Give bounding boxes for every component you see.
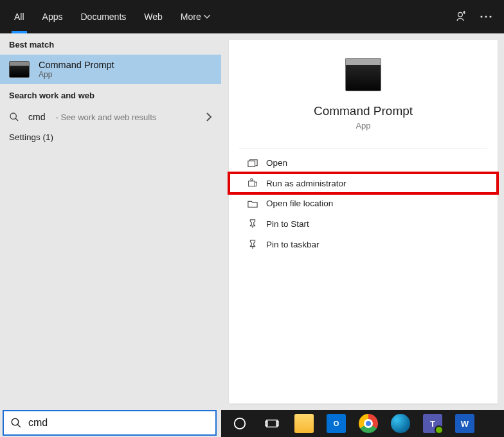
search-box[interactable] <box>3 410 217 436</box>
svg-point-2 <box>485 15 487 17</box>
command-prompt-icon <box>345 58 381 91</box>
web-result-hint: - See work and web results <box>55 112 156 122</box>
web-result-cmd[interactable]: cmd - See work and web results <box>0 105 221 126</box>
cortana-button[interactable] <box>225 411 255 436</box>
preview-card: Command Prompt App Open Run as administr… <box>229 40 498 404</box>
more-options-icon[interactable] <box>473 4 499 30</box>
tab-web[interactable]: Web <box>135 0 172 33</box>
file-explorer-icon <box>294 414 314 433</box>
taskbar-file-explorer[interactable] <box>289 411 319 436</box>
taskbar-teams[interactable]: T <box>418 411 447 436</box>
svg-point-3 <box>489 15 491 17</box>
settings-group[interactable]: Settings (1) <box>0 126 221 148</box>
taskbar-edge[interactable] <box>386 411 415 436</box>
search-icon <box>9 112 21 122</box>
taskbar-chrome[interactable] <box>354 411 383 436</box>
svg-rect-14 <box>267 420 277 427</box>
result-title: Command Prompt <box>39 60 114 70</box>
pin-taskbar-icon <box>247 239 258 249</box>
action-pin-taskbar-label: Pin to taskbar <box>266 240 320 249</box>
tab-apps[interactable]: Apps <box>33 0 72 33</box>
tab-more-label: More <box>181 12 201 22</box>
svg-line-12 <box>17 424 21 427</box>
preview-panel: Command Prompt App Open Run as administr… <box>221 33 504 410</box>
action-open-file-location[interactable]: Open file location <box>229 193 498 213</box>
preview-subtitle: App <box>356 121 370 130</box>
svg-line-5 <box>15 118 18 121</box>
tab-all[interactable]: All <box>5 0 33 33</box>
teams-icon: T <box>423 414 442 433</box>
action-open-loc-label: Open file location <box>266 199 333 208</box>
svg-point-8 <box>251 179 253 181</box>
svg-point-13 <box>235 418 246 429</box>
divider <box>239 148 487 149</box>
word-icon: W <box>455 414 474 433</box>
task-view-button[interactable] <box>257 411 287 436</box>
tab-documents[interactable]: Documents <box>71 0 135 33</box>
web-result-term: cmd <box>28 112 45 122</box>
svg-rect-6 <box>248 161 255 166</box>
action-run-admin-label: Run as administrator <box>266 179 346 188</box>
command-prompt-icon <box>9 61 30 78</box>
feedback-icon[interactable] <box>447 4 473 30</box>
taskbar: O T W <box>221 410 504 437</box>
result-subtitle: App <box>39 70 114 79</box>
action-pin-to-start[interactable]: Pin to Start <box>229 213 498 234</box>
outlook-icon: O <box>327 414 346 433</box>
open-icon <box>247 159 258 168</box>
action-pin-start-label: Pin to Start <box>266 219 309 229</box>
svg-point-4 <box>10 113 16 119</box>
tab-more[interactable]: More <box>172 0 219 33</box>
action-run-as-administrator[interactable]: Run as administrator <box>229 173 498 193</box>
action-open[interactable]: Open <box>229 153 498 173</box>
svg-point-1 <box>480 15 482 17</box>
search-input[interactable] <box>28 417 209 429</box>
action-pin-to-taskbar[interactable]: Pin to taskbar <box>229 234 498 254</box>
admin-shield-icon <box>247 178 258 188</box>
chevron-down-icon <box>204 15 210 19</box>
chrome-icon <box>359 414 378 433</box>
search-icon <box>10 417 22 429</box>
search-row <box>0 410 221 437</box>
action-open-label: Open <box>266 158 287 168</box>
best-match-header: Best match <box>0 33 221 55</box>
svg-point-11 <box>12 418 19 425</box>
folder-icon <box>247 199 258 208</box>
results-panel: Best match Command Prompt App Search wor… <box>0 33 221 410</box>
search-filter-tabbar: All Apps Documents Web More <box>0 0 504 33</box>
pin-start-icon <box>247 219 258 229</box>
svg-point-0 <box>458 12 463 17</box>
taskbar-outlook[interactable]: O <box>321 411 351 436</box>
edge-icon <box>391 414 410 433</box>
svg-rect-7 <box>249 181 255 186</box>
taskbar-word[interactable]: W <box>450 411 480 436</box>
chevron-right-icon <box>206 112 212 121</box>
result-command-prompt[interactable]: Command Prompt App <box>0 55 221 84</box>
search-work-web-header: Search work and web <box>0 84 221 105</box>
preview-title: Command Prompt <box>314 104 413 118</box>
